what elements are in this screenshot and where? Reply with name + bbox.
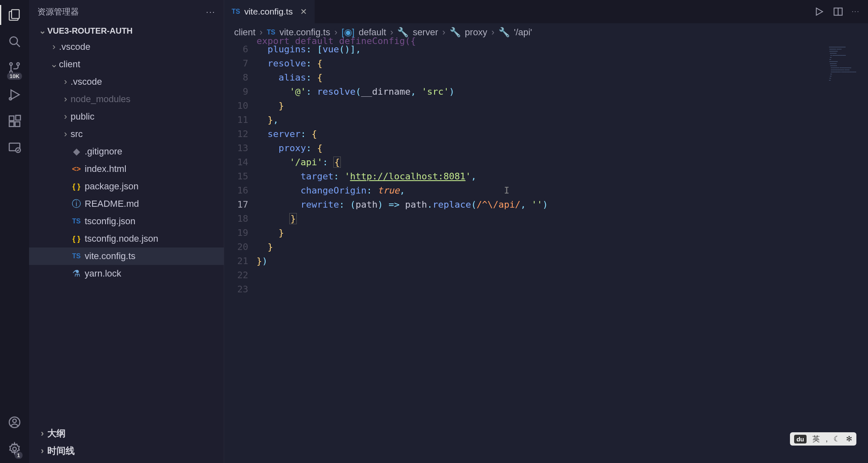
tree-label: client (59, 59, 80, 70)
svg-marker-6 (11, 90, 20, 100)
sidebar-title: 资源管理器 (37, 6, 79, 17)
json-file-icon: { } (71, 182, 82, 191)
tree-item-package-json[interactable]: { }package.json (29, 178, 224, 195)
chevron-right-icon: › (37, 428, 47, 439)
moon-icon[interactable]: ☾ (834, 434, 840, 443)
tree-label: .vscode (71, 76, 102, 87)
svg-line-2 (17, 44, 20, 47)
extensions-icon[interactable] (5, 111, 24, 131)
editor-actions: ··· (805, 0, 868, 23)
ime-status-bar[interactable]: du 英 , ☾ ✻ (790, 432, 856, 446)
svg-rect-8 (9, 116, 14, 120)
project-name: VUE3-ROUTER-AUTH (47, 26, 133, 36)
tree-item-tsconfig-node-json[interactable]: { }tsconfig.node.json (29, 230, 224, 247)
tab-vite-config[interactable]: TS vite.config.ts ✕ (224, 0, 315, 23)
project-root[interactable]: ⌄ VUE3-ROUTER-AUTH (29, 23, 224, 38)
more-actions-icon[interactable]: ··· (852, 8, 860, 15)
breadcrumb-item[interactable]: client (234, 27, 255, 38)
source-control-badge: 10K (7, 73, 22, 80)
chevron-right-icon: › (491, 27, 494, 38)
explorer-sidebar: 资源管理器 ··· ⌄ VUE3-ROUTER-AUTH ›.vscode⌄cl… (29, 0, 224, 463)
tree-item-node-modules[interactable]: ›node_modules (29, 91, 224, 108)
breadcrumb-item[interactable]: server (413, 27, 438, 38)
chevron-icon: › (49, 42, 59, 52)
minimap[interactable]: ▬▬▬▬▬▬▬▬▬▬ ▬▬▬▬ ▬▬▬ ▬▬▬▬▬ ▬▬▬▬ ▬ ▬▬▬▬▬▬▬… (826, 42, 868, 463)
breadcrumb-item[interactable]: proxy (465, 27, 487, 38)
timeline-label: 时间线 (47, 445, 75, 457)
tree-item-index-html[interactable]: <>index.html (29, 160, 224, 178)
ime-gear-icon[interactable]: ✻ (846, 434, 852, 443)
tree-label: .vscode (59, 42, 90, 52)
timeline-section[interactable]: › 时间线 (29, 442, 224, 460)
settings-gear-icon[interactable]: 1 (5, 439, 24, 459)
tree-item--gitignore[interactable]: ◆.gitignore (29, 143, 224, 160)
tree-label: tsconfig.node.json (85, 233, 158, 244)
chevron-icon: › (61, 94, 71, 105)
ts-file-icon: TS (71, 218, 82, 225)
code-content[interactable]: export default defineConfig({ plugins: [… (257, 42, 826, 463)
ime-punct[interactable]: , (826, 435, 828, 443)
wrench-icon: 🔧 (499, 27, 510, 38)
tree-item-vite-config-ts[interactable]: TSvite.config.ts (29, 247, 224, 265)
close-icon[interactable]: ✕ (300, 7, 307, 17)
ime-lang[interactable]: 英 (812, 434, 820, 444)
tree-label: vite.config.ts (85, 251, 135, 262)
account-icon[interactable] (5, 412, 24, 432)
tree-label: yarn.lock (85, 268, 121, 279)
svg-point-3 (10, 63, 12, 65)
tree-item--vscode[interactable]: ›.vscode (29, 38, 224, 56)
tree-item-yarn-lock[interactable]: ⚗yarn.lock (29, 265, 224, 282)
tree-item-src[interactable]: ›src (29, 125, 224, 143)
tree-label: index.html (85, 164, 126, 174)
info-file-icon: ⓘ (71, 198, 82, 210)
svg-rect-9 (9, 122, 14, 126)
outline-label: 大纲 (47, 427, 66, 440)
ts-file-icon: TS (71, 252, 82, 260)
more-icon[interactable]: ··· (206, 7, 215, 17)
svg-point-1 (10, 37, 17, 44)
chevron-down-icon: ⌄ (37, 26, 47, 36)
git-file-icon: ◆ (71, 146, 82, 157)
tab-label: vite.config.ts (244, 7, 293, 17)
chevron-icon: ⌄ (49, 59, 59, 70)
tree-label: src (71, 129, 83, 140)
tree-label: README.md (85, 198, 139, 209)
sidebar-header: 资源管理器 ··· (29, 0, 224, 23)
tree-item-client[interactable]: ⌄client (29, 56, 224, 73)
tree-item-public[interactable]: ›public (29, 108, 224, 125)
tree-label: package.json (85, 181, 139, 192)
json-file-icon: { } (71, 235, 82, 243)
chevron-icon: › (61, 111, 71, 122)
yarn-file-icon: ⚗ (71, 268, 82, 279)
split-editor-icon[interactable] (833, 6, 844, 17)
outline-section[interactable]: › 大纲 (29, 425, 224, 442)
tree-label: tsconfig.json (85, 216, 135, 227)
chevron-right-icon: › (37, 446, 47, 456)
breadcrumb-item[interactable]: '/api' (514, 27, 532, 38)
svg-rect-10 (15, 122, 20, 126)
chevron-icon: › (61, 76, 71, 87)
search-icon[interactable] (5, 32, 24, 51)
run-icon[interactable] (814, 6, 824, 17)
svg-point-16 (13, 447, 17, 451)
explorer-icon[interactable] (5, 5, 24, 25)
chevron-right-icon: › (443, 27, 445, 38)
settings-badge: 1 (15, 452, 22, 459)
sidebar-bottom: › 大纲 › 时间线 (29, 421, 224, 463)
run-debug-icon[interactable] (5, 85, 24, 105)
file-tree: ›.vscode⌄client›.vscode›node_modules›pub… (29, 38, 224, 421)
source-control-icon[interactable]: 10K (5, 58, 24, 78)
svg-rect-0 (12, 10, 19, 18)
tree-item-tsconfig-json[interactable]: TStsconfig.json (29, 213, 224, 230)
remote-icon[interactable] (5, 138, 24, 158)
wrench-icon: 🔧 (450, 27, 461, 38)
ts-file-icon: TS (232, 8, 240, 15)
tree-item--vscode[interactable]: ›.vscode (29, 73, 224, 91)
tree-item-readme-md[interactable]: ⓘREADME.md (29, 195, 224, 213)
tree-label: .gitignore (85, 146, 122, 157)
html-file-icon: <> (71, 165, 82, 174)
tree-label: node_modules (71, 94, 130, 105)
editor-area: TS vite.config.ts ✕ ··· client › TS vite… (224, 0, 868, 463)
svg-marker-17 (816, 8, 822, 15)
editor[interactable]: 67891011121314151617181920212223 export … (224, 42, 868, 463)
